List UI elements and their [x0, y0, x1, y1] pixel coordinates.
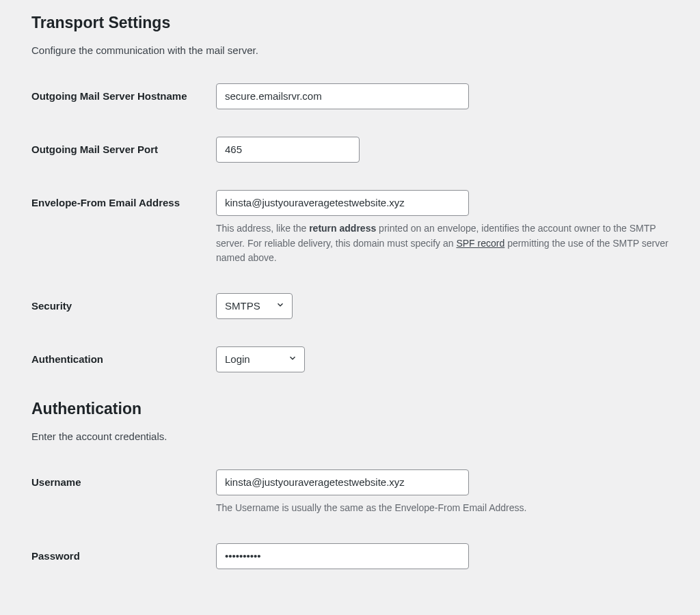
transport-form: Outgoing Mail Server Hostname Outgoing M… [31, 83, 669, 372]
chevron-down-icon [288, 351, 297, 368]
security-select-value: SMTPS [225, 298, 260, 314]
password-input[interactable] [216, 543, 469, 569]
envelope-description: This address, like the return address pr… [216, 221, 669, 266]
envelope-input[interactable] [216, 190, 469, 216]
auth-select-value: Login [225, 351, 250, 368]
username-label: Username [31, 469, 216, 489]
authentication-description: Enter the account credentials. [31, 430, 669, 442]
authentication-form: Username The Username is usually the sam… [31, 469, 669, 569]
password-label: Password [31, 543, 216, 563]
port-input[interactable] [216, 137, 360, 163]
transport-heading: Transport Settings [31, 14, 669, 32]
security-label: Security [31, 293, 216, 313]
chevron-down-icon [275, 298, 285, 314]
username-description: The Username is usually the same as the … [216, 501, 669, 516]
username-input[interactable] [216, 469, 469, 495]
security-select[interactable]: SMTPS [216, 293, 293, 319]
spf-record-link[interactable]: SPF record [456, 238, 504, 249]
envelope-label: Envelope-From Email Address [31, 190, 216, 210]
authentication-heading: Authentication [31, 400, 669, 418]
transport-description: Configure the communication with the mai… [31, 44, 669, 56]
auth-select[interactable]: Login [216, 346, 305, 372]
port-label: Outgoing Mail Server Port [31, 137, 216, 156]
hostname-label: Outgoing Mail Server Hostname [31, 83, 216, 103]
auth-label: Authentication [31, 346, 216, 366]
hostname-input[interactable] [216, 83, 469, 109]
